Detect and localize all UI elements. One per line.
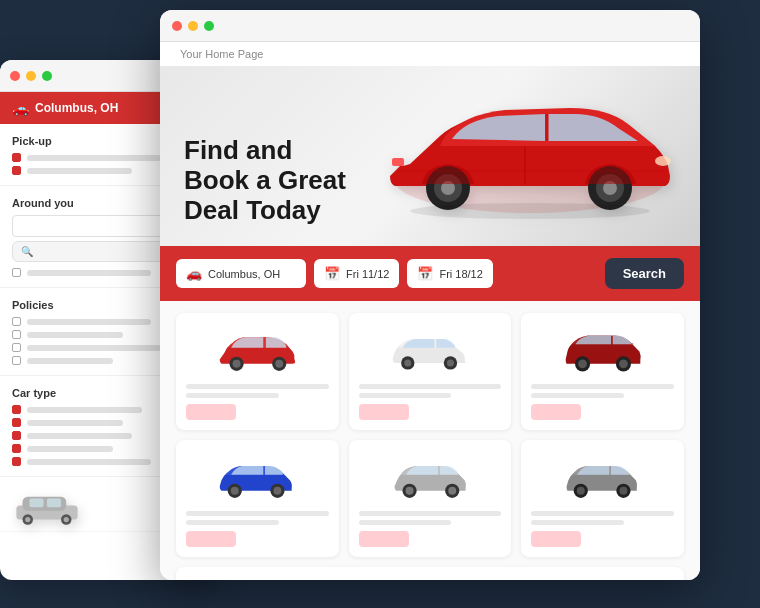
checkbox[interactable] [12, 343, 21, 352]
card-select-button[interactable] [186, 531, 236, 547]
card-select-button[interactable] [359, 531, 409, 547]
main-window: Your Home Page Find and Book a Great Dea… [160, 10, 700, 580]
car-card[interactable] [349, 313, 512, 430]
checkbox[interactable] [12, 457, 21, 466]
listings-area [160, 301, 700, 580]
checkbox[interactable] [12, 431, 21, 440]
hero-heading: Find and Book a Great Deal Today [184, 136, 346, 226]
checkbox[interactable] [12, 317, 21, 326]
car-card-image [186, 450, 329, 505]
svg-point-22 [233, 360, 241, 368]
location-field[interactable]: 🚗 Columbus, OH [176, 259, 306, 288]
card-info-bar [186, 511, 329, 516]
main-titlebar [160, 10, 700, 42]
card-info-bar [531, 511, 674, 516]
card-info-bar [359, 393, 452, 398]
dot-green [204, 21, 214, 31]
svg-point-42 [576, 487, 584, 495]
hero-text: Find and Book a Great Deal Today [184, 136, 346, 226]
filter-label [27, 433, 132, 439]
car-card-image [359, 450, 502, 505]
filter-label [27, 155, 161, 161]
card-info-bar [531, 520, 624, 525]
filter-label [27, 332, 123, 338]
filter-label [27, 345, 161, 351]
checkbox[interactable] [12, 418, 21, 427]
hero-section: Find and Book a Great Deal Today [160, 66, 700, 246]
svg-point-24 [276, 360, 284, 368]
car-card[interactable] [176, 440, 339, 557]
card-info-bar [186, 520, 279, 525]
page-title: Your Home Page [160, 42, 700, 66]
checkbox[interactable] [12, 153, 21, 162]
svg-rect-7 [47, 499, 61, 508]
car-card-image [531, 450, 674, 505]
card-info-bar [359, 511, 502, 516]
checkbox[interactable] [12, 356, 21, 365]
car-card[interactable] [176, 313, 339, 430]
card-info-bar [531, 393, 624, 398]
dot-red [10, 71, 20, 81]
svg-point-16 [655, 156, 671, 166]
checkbox[interactable] [12, 405, 21, 414]
dot-yellow [26, 71, 36, 81]
calendar-icon: 📅 [324, 266, 340, 281]
card-select-button[interactable] [531, 531, 581, 547]
card-info-bar [186, 393, 279, 398]
svg-point-38 [406, 487, 414, 495]
location-value: Columbus, OH [208, 268, 280, 280]
car-card-image [186, 323, 329, 378]
peek-car-image [12, 485, 72, 523]
car-card[interactable] [521, 313, 684, 430]
date-from-field[interactable]: 📅 Fri 11/12 [314, 259, 399, 288]
filter-label [27, 270, 151, 276]
filter-label [27, 420, 123, 426]
svg-point-20 [410, 203, 650, 219]
filter-label [27, 459, 151, 465]
card-info-bar [359, 384, 502, 389]
date-from-value: Fri 11/12 [346, 268, 389, 280]
card-select-button[interactable] [531, 404, 581, 420]
hero-car-image [360, 66, 700, 246]
card-select-button[interactable] [186, 404, 236, 420]
date-to-value: Fri 18/12 [439, 268, 482, 280]
card-select-button[interactable] [359, 404, 409, 420]
car-icon: 🚗 [12, 100, 29, 116]
svg-point-3 [25, 517, 30, 522]
filter-label [27, 168, 132, 174]
filter-label [27, 358, 113, 364]
svg-point-30 [578, 359, 587, 368]
dot-yellow [188, 21, 198, 31]
svg-point-34 [231, 487, 239, 495]
car-card[interactable] [521, 440, 684, 557]
large-car-listing[interactable] [176, 567, 684, 580]
filter-label [27, 319, 151, 325]
svg-point-44 [619, 487, 627, 495]
card-info-bar [531, 384, 674, 389]
large-car-image [188, 579, 288, 580]
listings-grid [176, 313, 684, 557]
svg-point-5 [64, 517, 69, 522]
svg-point-40 [448, 487, 456, 495]
search-button[interactable]: Search [605, 258, 684, 289]
checkbox[interactable] [12, 268, 21, 277]
car-icon: 🚗 [186, 266, 202, 281]
checkbox[interactable] [12, 166, 21, 175]
car-card[interactable] [349, 440, 512, 557]
svg-point-32 [619, 359, 628, 368]
car-card-image [531, 323, 674, 378]
search-bar: 🚗 Columbus, OH 📅 Fri 11/12 📅 Fri 18/12 S… [160, 246, 700, 301]
location-text: Columbus, OH [35, 101, 118, 115]
card-info-bar [359, 520, 452, 525]
search-icon: 🔍 [21, 246, 33, 257]
car-card-image [359, 323, 502, 378]
filter-label [27, 446, 113, 452]
svg-point-26 [404, 359, 411, 366]
calendar-icon: 📅 [417, 266, 433, 281]
checkbox[interactable] [12, 444, 21, 453]
checkbox[interactable] [12, 330, 21, 339]
svg-point-36 [274, 487, 282, 495]
date-to-field[interactable]: 📅 Fri 18/12 [407, 259, 492, 288]
svg-rect-6 [30, 499, 44, 508]
svg-rect-17 [392, 158, 404, 166]
